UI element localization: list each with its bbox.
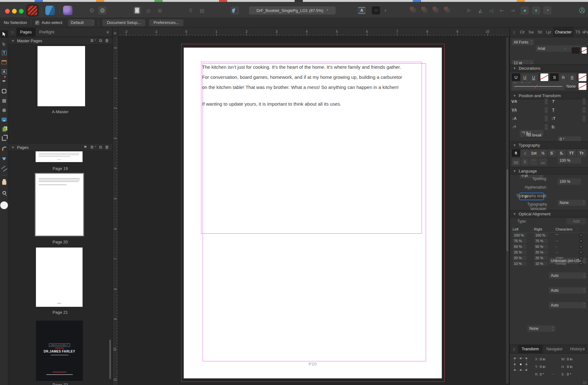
add-master-icon[interactable]: 🗎⁺ xyxy=(90,38,96,43)
font-collection-dropdown[interactable]: All Fonts⌃⌄ xyxy=(512,39,534,45)
h-scale-input[interactable]: 100 % xyxy=(558,157,581,164)
move-to-back-icon[interactable] xyxy=(444,6,452,15)
typography-header[interactable]: ▼Typography xyxy=(510,141,588,149)
canvas-scrollbar[interactable] xyxy=(506,37,509,384)
small-caps-button[interactable]: Tᴛ xyxy=(577,149,586,157)
zoom-window-button[interactable] xyxy=(19,9,24,14)
superscript-button[interactable]: S˙ xyxy=(548,149,556,157)
color-picker-tool[interactable] xyxy=(0,155,8,162)
trash-icon[interactable]: 🗑 xyxy=(105,145,109,150)
v-scale-stepper[interactable]: ⌃⌄ xyxy=(582,115,586,122)
shear-stepper[interactable]: ⌃⌄ xyxy=(582,98,586,105)
optical-add-button[interactable]: Add xyxy=(567,218,586,225)
char-style-icon[interactable]: ¹ xyxy=(563,47,567,54)
strike-double-button[interactable]: S xyxy=(568,73,576,81)
geometry-subtract-icon[interactable]: ◖ xyxy=(532,6,540,15)
text-flow-button[interactable]: A xyxy=(358,6,366,15)
stroke-color-none-swatch[interactable] xyxy=(582,47,587,54)
optical-type-dropdown[interactable]: None⌃⌄ xyxy=(527,325,555,332)
alignment-icon[interactable]: ⊫ xyxy=(465,6,473,15)
tab-str[interactable]: Str xyxy=(536,27,544,37)
picture-frame-tool[interactable] xyxy=(0,116,8,123)
text-frame-icon[interactable]: ▤ xyxy=(198,6,206,15)
pen-tool[interactable]: ✒ xyxy=(0,77,8,85)
preferences-button[interactable]: Preferences... xyxy=(149,19,183,26)
tab-transform[interactable]: Transform xyxy=(518,345,543,353)
node-tool[interactable] xyxy=(0,40,8,48)
move-forward-icon[interactable] xyxy=(421,6,429,15)
move-tool[interactable] xyxy=(0,30,8,38)
fractions-button[interactable]: ½ xyxy=(539,149,547,157)
optical-table-row[interactable]: 50 % 50 % – xyxy=(511,244,587,249)
designer-app-icon[interactable] xyxy=(45,6,55,15)
master-pages-header[interactable]: ▼ Master Pages 🗎⁺ ⧉ 🗑 xyxy=(8,37,112,44)
move-to-front-icon[interactable] xyxy=(410,6,418,15)
optical-table-row[interactable]: 75 % 75 % --- xyxy=(511,238,587,244)
settings-gear-button[interactable]: ⚙ xyxy=(98,6,107,15)
hand-tool[interactable] xyxy=(0,179,8,186)
remove-row-icon[interactable] xyxy=(579,239,583,243)
place-image-tool[interactable] xyxy=(0,125,8,133)
pin-icon[interactable]: ⚲ xyxy=(187,6,195,15)
tab-sw[interactable]: Sw xyxy=(527,27,536,37)
ellipse-frame-tool[interactable]: ⊗ xyxy=(0,106,8,114)
decorations-header[interactable]: ▼Decorations xyxy=(510,64,588,72)
decoration-color-none-swatch[interactable] xyxy=(579,83,586,90)
panel-menu-icon[interactable]: ≡ xyxy=(107,30,109,35)
optical-alignment-header[interactable]: ▼Optical Alignment xyxy=(510,210,588,218)
margins-icon[interactable]: ⊞ xyxy=(156,6,164,15)
fill-color-swatch[interactable] xyxy=(572,47,580,54)
strike-color-none-swatch[interactable] xyxy=(579,73,586,81)
strike-single-button[interactable]: S xyxy=(559,73,568,81)
tab-character[interactable]: Character xyxy=(553,27,574,37)
geometry-add-icon[interactable]: ◕ xyxy=(521,6,529,15)
move-backward-icon[interactable] xyxy=(432,6,441,15)
frame-text-tool[interactable]: T xyxy=(0,49,8,56)
optical-table-row[interactable]: 25 % 25 % — xyxy=(511,249,587,255)
no-break-checkbox[interactable] xyxy=(520,133,524,137)
kerning-stepper[interactable]: ⌃⌄ xyxy=(545,98,548,105)
duplicate-icon[interactable]: ⧉ xyxy=(99,145,102,150)
alternates-button[interactable]: a xyxy=(521,149,529,157)
optical-table-row[interactable]: 10 % 10 % CGOQ() xyxy=(511,261,587,266)
x-value[interactable]: 0 in xyxy=(540,357,545,361)
tab-preflight[interactable]: Preflight xyxy=(36,28,58,36)
document-setup-button[interactable]: Document Setup... xyxy=(102,19,145,26)
all-caps-button[interactable]: TT xyxy=(567,149,576,157)
insert-inside-icon[interactable]: ⇤ xyxy=(498,6,506,15)
transform-anchor-selector[interactable] xyxy=(514,358,527,370)
tab-clr[interactable]: Clr xyxy=(518,27,527,37)
rectangle-frame-tool[interactable]: ⊠ xyxy=(0,97,8,104)
color-well[interactable] xyxy=(0,201,8,209)
body-text[interactable]: The kitchen isn’t just for cooking. It’s… xyxy=(202,62,402,109)
h-scale-stepper[interactable]: ⌃⌄ xyxy=(582,107,586,113)
alt-glyph-button[interactable]: gg xyxy=(512,158,520,166)
pages-scrollbar[interactable] xyxy=(109,340,111,379)
r-value[interactable]: 0 ° xyxy=(540,372,544,376)
add-page-icon[interactable]: 🗎⁺ xyxy=(90,145,96,150)
page-20-thumbnail[interactable] xyxy=(36,174,83,236)
tab-navigator[interactable]: Navigator xyxy=(543,345,566,353)
geometry-divide-icon[interactable]: ◔ xyxy=(543,6,551,15)
discretionary-ligatures-button[interactable]: ﬁ xyxy=(521,158,529,166)
autoselect-checkbox[interactable]: ✓ xyxy=(35,20,39,25)
snapping-dropdown-chevron[interactable]: ∨ xyxy=(381,6,389,15)
minimize-window-button[interactable] xyxy=(12,9,17,14)
zoom-tool[interactable] xyxy=(0,189,8,196)
underline-low-button[interactable]: U xyxy=(521,73,529,81)
page-19-thumbnail[interactable] xyxy=(36,151,83,162)
strike-button[interactable]: S xyxy=(550,73,559,81)
style-picker-tool[interactable] xyxy=(0,165,8,172)
optical-table-row[interactable]: 20 % 20 % ATWY xyxy=(511,255,587,261)
flip-horizontal-icon[interactable]: ◭ xyxy=(476,6,485,15)
master-page-thumbnail[interactable] xyxy=(37,46,85,106)
position-transform-header[interactable]: ▼Position and Transform xyxy=(510,92,588,99)
leading-stepper[interactable]: ⌃⌄ xyxy=(545,124,548,130)
document-pages-button[interactable] xyxy=(133,6,141,15)
tab-lyr[interactable]: Lyr xyxy=(544,27,553,37)
ligatures-button[interactable]: fi xyxy=(512,149,520,157)
underline-button[interactable]: U xyxy=(512,73,520,81)
corner-tool[interactable] xyxy=(0,145,8,152)
v-scale-input[interactable]: 100 % xyxy=(558,178,581,185)
trash-icon[interactable]: 🗑 xyxy=(105,38,109,43)
